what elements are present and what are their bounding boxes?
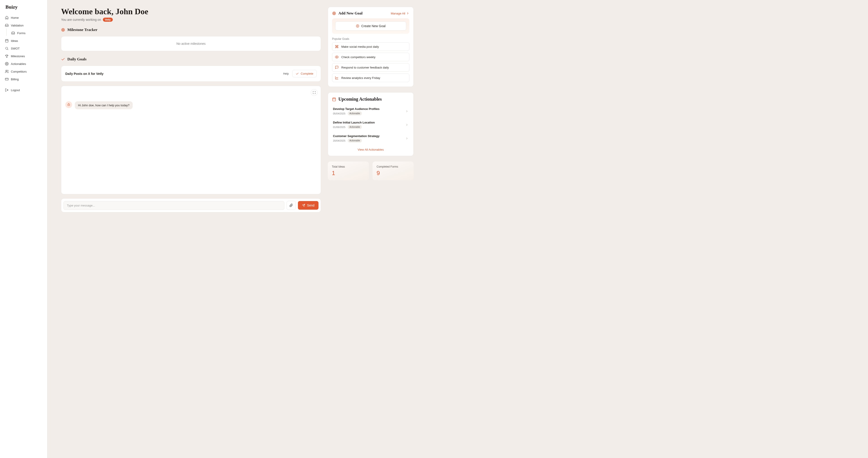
logout-icon [5, 88, 8, 92]
complete-label: Complete [301, 72, 313, 75]
bot-icon [67, 103, 70, 106]
sidebar-item-actionables[interactable]: Actionables [2, 60, 45, 67]
sidebar-item-competitors[interactable]: Competitors [2, 68, 45, 75]
check-icon [296, 72, 299, 75]
settings-icon [5, 62, 8, 65]
chat-panel: Hi John doe, how can I help you today? [61, 86, 321, 194]
stat-forms[interactable]: Completed Forms 9 [373, 162, 414, 180]
actionables-card: Upcoming Actionables Develop Target Audi… [328, 92, 414, 156]
actionable-chip: Actionable [348, 112, 362, 115]
chevron-right-icon [405, 110, 408, 113]
chevron-right-icon [405, 123, 408, 126]
stat-ideas[interactable]: Total Ideas 1 [328, 162, 369, 180]
popular-goals-list: Make social media post daily Check compe… [332, 42, 409, 82]
chat-message-row: Hi John doe, how can I help you today? [65, 101, 317, 109]
send-icon [302, 204, 305, 207]
stat-value: 1 [332, 170, 365, 177]
sidebar-item-forms[interactable]: Forms [6, 29, 45, 37]
sidebar-item-label: Competitors [11, 70, 27, 73]
card-heading: Add New Goal [338, 11, 363, 16]
sidebar-item-label: Billing [11, 78, 19, 81]
calendar-icon [332, 97, 336, 101]
sidebar-item-label: SWOT [11, 47, 20, 50]
card-icon [5, 77, 8, 81]
popular-goal-item[interactable]: Check competitors weekly [332, 53, 409, 61]
complete-button[interactable]: Complete [292, 70, 317, 77]
message-icon [335, 65, 339, 69]
welcome-subtitle: You are currently working on Vetly [61, 18, 321, 22]
attach-button[interactable] [287, 201, 296, 210]
popular-goal-item[interactable]: Respond to customer feedback daily [332, 63, 409, 72]
chart-icon [335, 76, 339, 80]
nav: Home Validation Forms Ideas SWOT Milesto… [0, 14, 47, 94]
daily-goal-card: Daily Posts on X for Vetly Help Complete [61, 65, 321, 82]
create-goal-label: Create New Goal [361, 24, 385, 28]
chat-bubble: Hi John doe, how can I help you today? [75, 101, 133, 109]
popular-goal-item[interactable]: Review analytics every Friday [332, 74, 409, 82]
actionable-chip: Actionable [348, 125, 362, 129]
view-all-actionables-link[interactable]: View All Actionables [332, 148, 409, 151]
project-tag[interactable]: Vetly [103, 18, 113, 22]
sidebar-item-label: Milestones [11, 55, 25, 58]
sidebar-item-label: Ideas [11, 39, 18, 42]
popular-goal-label: Respond to customer feedback daily [341, 66, 389, 69]
expand-icon [313, 91, 316, 94]
search-icon [5, 47, 8, 50]
add-goal-card: Add New Goal Manage All Create New Goal … [328, 7, 414, 87]
manage-all-link[interactable]: Manage All [391, 12, 409, 15]
actionable-item[interactable]: Define Initial Launch Location 01/06/202… [332, 118, 409, 132]
command-icon [335, 45, 339, 49]
popular-goal-label: Check competitors weekly [341, 55, 375, 59]
brand-logo[interactable]: Buizy [0, 3, 47, 14]
actionable-date: 01/06/2025 [333, 126, 345, 128]
paperclip-icon [289, 204, 293, 207]
popular-goal-item[interactable]: Make social media post daily [332, 42, 409, 51]
main: Welcome back, John Doe You are currently… [48, 0, 427, 458]
chevron-right-icon [405, 137, 408, 140]
help-link[interactable]: Help [283, 72, 289, 75]
target-icon [332, 11, 336, 16]
section-heading: Milestone Tracker [67, 28, 97, 32]
actionable-title: Define Initial Launch Location [333, 121, 375, 124]
bot-avatar [65, 101, 72, 108]
sidebar-item-logout[interactable]: Logout [2, 86, 45, 94]
inbox-icon [11, 31, 15, 35]
actionable-date: 05/04/2025 [333, 112, 345, 115]
send-label: Send [307, 204, 314, 207]
actionable-date: 20/04/2025 [333, 139, 345, 142]
subtitle-text: You are currently working on [61, 18, 101, 22]
expand-button[interactable] [311, 89, 318, 96]
sidebar-item-milestones[interactable]: Milestones [2, 53, 45, 60]
sidebar-item-label: Validation [11, 24, 24, 27]
chevron-right-icon [406, 12, 409, 15]
manage-label: Manage All [391, 12, 405, 15]
sidebar-item-billing[interactable]: Billing [2, 76, 45, 83]
stats-row: Total Ideas 1 Completed Forms 9 [328, 162, 414, 180]
sidebar-item-home[interactable]: Home [2, 14, 45, 21]
sidebar-item-label: Home [11, 16, 19, 20]
actionable-chip: Actionable [348, 139, 362, 142]
actionable-item[interactable]: Customer Segmentation Strategy 20/04/202… [332, 132, 409, 145]
sidebar-item-swot[interactable]: SWOT [2, 45, 45, 52]
users-icon [5, 70, 8, 73]
eye-icon [335, 55, 339, 59]
sidebar-item-validation[interactable]: Validation [2, 22, 45, 29]
sidebar-item-ideas[interactable]: Ideas [2, 37, 45, 44]
empty-text: No active milestones [176, 42, 206, 46]
daily-goals-heading: Daily Goals [61, 57, 321, 61]
popular-goals-label: Popular Goals [332, 37, 409, 40]
main-left-column: Welcome back, John Doe You are currently… [61, 7, 321, 449]
stat-value: 9 [377, 170, 410, 177]
sidebar: Buizy Home Validation Forms Ideas SWOT M… [0, 0, 48, 458]
chat-input[interactable] [64, 201, 284, 210]
actionable-title: Customer Segmentation Strategy [333, 134, 379, 138]
create-goal-button[interactable]: Create New Goal [335, 22, 406, 31]
calendar-icon [5, 39, 8, 42]
check-icon [61, 57, 65, 61]
actionable-title: Develop Target Audience Profiles [333, 107, 379, 111]
target-icon [61, 28, 65, 32]
section-heading: Daily Goals [67, 57, 87, 61]
home-icon [5, 16, 8, 20]
actionable-item[interactable]: Develop Target Audience Profiles 05/04/2… [332, 105, 409, 118]
send-button[interactable]: Send [298, 201, 318, 210]
